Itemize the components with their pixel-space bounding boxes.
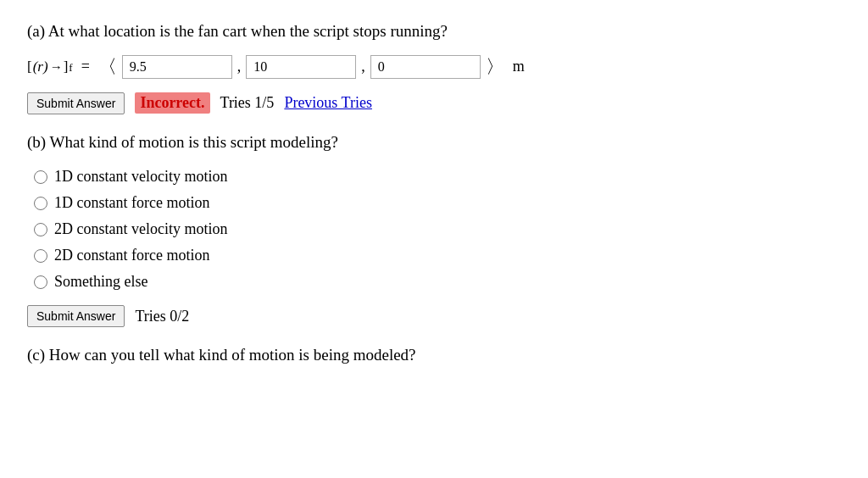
- option-2d-constant-velocity-label: 2D constant velocity motion: [54, 218, 227, 241]
- radio-1d-constant-force[interactable]: [34, 197, 47, 210]
- part-a-submit-button[interactable]: Submit Answer: [27, 92, 125, 114]
- vector-y-input[interactable]: [246, 55, 356, 79]
- option-1d-constant-force[interactable]: 1D constant force motion: [34, 192, 841, 214]
- comma-1: ,: [237, 58, 242, 75]
- option-2d-constant-velocity[interactable]: 2D constant velocity motion: [34, 218, 841, 241]
- vector-input-row: [ (r) → ] f = 〈 , , 〉 m: [27, 55, 841, 79]
- radio-1d-constant-velocity[interactable]: [34, 170, 47, 184]
- part-b-submit-row: Submit Answer Tries 0/2: [27, 305, 841, 327]
- vector-label-open-bracket: [: [27, 58, 32, 75]
- part-b-tries: Tries 0/2: [135, 308, 189, 325]
- part-b-question: (b) What kind of motion is this script m…: [27, 131, 841, 154]
- option-1d-constant-velocity-label: 1D constant velocity motion: [54, 165, 227, 188]
- part-b: (b) What kind of motion is this script m…: [27, 131, 841, 328]
- vector-label: [ (r) → ] f: [27, 58, 73, 75]
- vector-r: (r): [33, 58, 48, 75]
- vector-subscript-f: f: [69, 61, 72, 75]
- comma-2: ,: [361, 58, 365, 75]
- vector-arrow: →: [50, 60, 63, 75]
- part-b-submit-button[interactable]: Submit Answer: [27, 305, 125, 327]
- part-a-submit-row: Submit Answer Incorrect. Tries 1/5 Previ…: [27, 92, 841, 114]
- vector-x-input[interactable]: [122, 55, 232, 79]
- part-c: (c) How can you tell what kind of motion…: [27, 344, 841, 367]
- part-c-question: (c) How can you tell what kind of motion…: [27, 344, 841, 367]
- radio-2d-constant-velocity[interactable]: [34, 223, 47, 236]
- motion-type-radio-group: 1D constant velocity motion 1D constant …: [34, 165, 841, 293]
- incorrect-badge: Incorrect.: [135, 92, 209, 114]
- option-2d-constant-force-label: 2D constant force motion: [54, 244, 209, 267]
- radio-something-else[interactable]: [34, 275, 47, 289]
- part-a-question: (a) At what location is the fan cart whe…: [27, 20, 841, 43]
- option-something-else[interactable]: Something else: [34, 270, 841, 293]
- radio-2d-constant-force[interactable]: [34, 249, 47, 263]
- option-1d-constant-force-label: 1D constant force motion: [54, 192, 209, 214]
- option-1d-constant-velocity[interactable]: 1D constant velocity motion: [34, 165, 841, 188]
- angle-bracket-close: 〉: [486, 58, 504, 76]
- option-something-else-label: Something else: [54, 270, 148, 293]
- vector-label-close-bracket: ]: [64, 58, 69, 75]
- part-a: (a) At what location is the fan cart whe…: [27, 20, 841, 114]
- unit-label: m: [513, 58, 525, 75]
- angle-bracket-open: 〈: [98, 58, 117, 76]
- previous-tries-link[interactable]: Previous Tries: [284, 94, 372, 112]
- option-2d-constant-force[interactable]: 2D constant force motion: [34, 244, 841, 267]
- part-a-tries: Tries 1/5: [220, 94, 275, 112]
- equals-sign: =: [81, 58, 90, 75]
- vector-z-input[interactable]: [370, 55, 481, 79]
